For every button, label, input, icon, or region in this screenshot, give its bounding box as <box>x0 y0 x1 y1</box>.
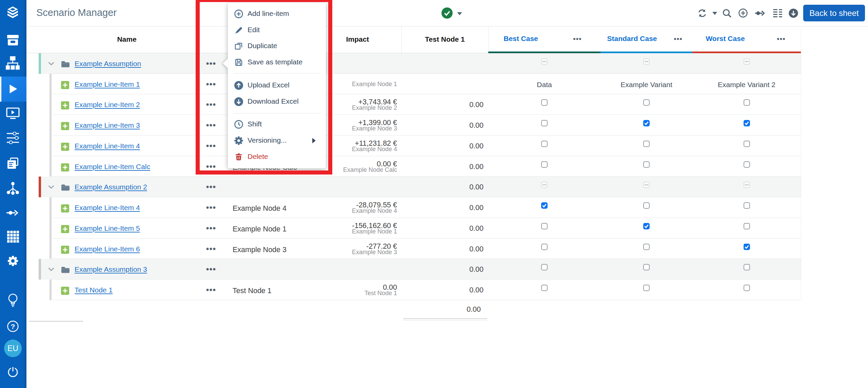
svg-text:?: ? <box>11 323 15 330</box>
